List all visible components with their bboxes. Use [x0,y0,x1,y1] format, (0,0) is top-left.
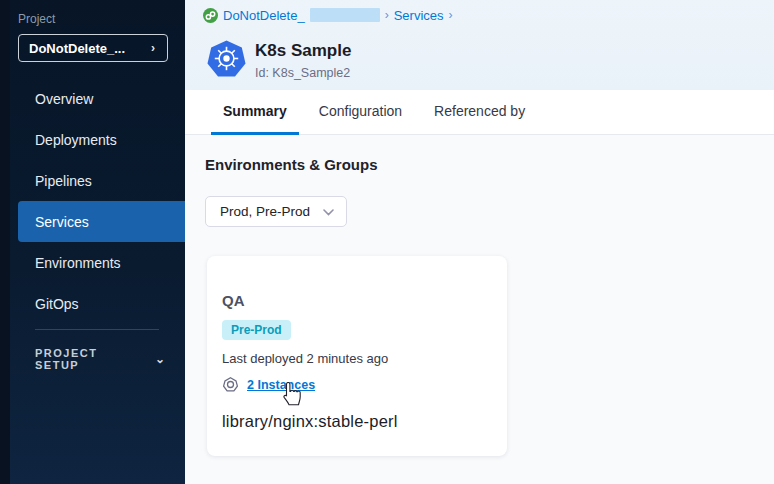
project-breadcrumb-icon [203,8,218,23]
chevron-right-icon: › [151,41,155,55]
service-id: Id: K8s_Sample2 [255,66,351,80]
tab-configuration[interactable]: Configuration [307,90,414,135]
environments-groups-title: Environments & Groups [205,156,378,173]
chevron-down-icon [323,206,334,218]
breadcrumb-project-link[interactable]: DoNotDelete_ [223,8,305,23]
environment-filter-value: Prod, Pre-Prod [220,204,310,219]
summary-content: Environments & Groups Prod, Pre-Prod QA … [185,135,774,484]
tab-referenced-by[interactable]: Referenced by [422,90,537,135]
instances-row: 2 Instances [223,377,315,392]
service-head: K8s Sample Id: K8s_Sample2 [207,40,351,80]
breadcrumb-separator-2: › [449,8,453,22]
instances-icon [223,377,238,392]
sidebar-item-overview[interactable]: Overview [18,78,185,119]
main-area: DoNotDelete_ › Services › [185,0,774,484]
sidebar-item-deployments[interactable]: Deployments [18,119,185,160]
app-window: Project DoNotDelete_... › Overview Deplo… [0,0,774,484]
environment-filter-dropdown[interactable]: Prod, Pre-Prod [205,196,347,227]
chevron-down-icon: ⌄ [155,352,165,366]
service-titles: K8s Sample Id: K8s_Sample2 [255,40,351,80]
mouse-cursor-hand-icon [279,382,301,406]
sidebar-item-environments[interactable]: Environments [18,242,185,283]
sidebar-item-services[interactable]: Services [18,201,185,242]
project-label: Project [18,12,55,26]
breadcrumb: DoNotDelete_ › Services › [203,6,453,24]
breadcrumb-separator: › [385,8,389,22]
artifact-name: library/nginx:stable-perl [222,412,398,431]
breadcrumb-selected-text [310,8,380,22]
sidebar-nav: Overview Deployments Pipelines Services … [0,78,185,324]
project-selector-value: DoNotDelete_... [29,41,125,56]
sidebar: Project DoNotDelete_... › Overview Deplo… [0,0,185,484]
breadcrumb-services-link[interactable]: Services [394,8,444,23]
project-setup-toggle[interactable]: PROJECT SETUP ⌄ [35,349,165,369]
environment-card-qa[interactable]: QA Pre-Prod Last deployed 2 minutes ago … [207,256,507,456]
project-selector[interactable]: DoNotDelete_... › [18,34,168,62]
environment-name: QA [222,292,245,309]
environment-type-badge: Pre-Prod [222,320,291,340]
service-title: K8s Sample [255,41,351,61]
tab-summary[interactable]: Summary [211,90,299,135]
sidebar-item-gitops[interactable]: GitOps [18,283,185,324]
sidebar-divider [35,329,159,330]
kubernetes-icon [207,40,246,77]
service-header: DoNotDelete_ › Services › [185,0,774,90]
last-deployed-text: Last deployed 2 minutes ago [222,351,388,366]
project-setup-label: PROJECT SETUP [35,347,141,371]
sidebar-item-pipelines[interactable]: Pipelines [18,160,185,201]
tab-bar: Summary Configuration Referenced by [185,90,774,135]
